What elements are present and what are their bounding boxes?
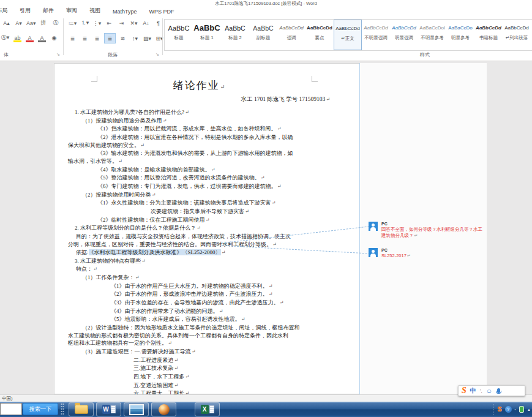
character-border-icon[interactable]: Ⓐ: [51, 18, 61, 28]
document-line: 五.交通运输困难↵: [68, 381, 330, 390]
character-shading-icon[interactable]: A: [37, 33, 47, 42]
text-highlight-color-icon[interactable]: ab: [12, 33, 23, 42]
clear-formatting-icon[interactable]: Ⓐ▾: [0, 33, 10, 42]
taskbar: 搜索一下 WX S?▫▲: [0, 402, 532, 417]
line-spacing-icon[interactable]: ↕▾: [130, 34, 140, 43]
font-dialog-launcher-icon[interactable]: ↘: [56, 52, 60, 57]
paragraph-dialog-launcher-icon[interactable]: ↘: [155, 52, 159, 57]
style-↵列出段落[interactable]: AaBbCcDd↵列出段落: [503, 20, 531, 50]
borders-icon[interactable]: ⊞▾: [154, 34, 165, 43]
style-↵正文[interactable]: AaBbCcDd↵正文: [334, 20, 362, 50]
phonetic-guide-icon[interactable]: 拼: [39, 18, 49, 28]
style-书籍标题[interactable]: AaBbCcDd书籍标题: [474, 20, 503, 50]
style-不明显参考[interactable]: AaBaCcDol不明显参考: [418, 20, 446, 50]
taskbar-search-button[interactable]: 搜索一下: [23, 403, 58, 415]
paragraph-mark: ↵: [261, 175, 265, 181]
phone-manager-tray-icon[interactable]: [519, 406, 524, 413]
ribbon-tab-2[interactable]: 邮件: [37, 7, 60, 16]
show-hidden-icons[interactable]: ▲: [527, 408, 531, 411]
style-标题 2[interactable]: AaBbC标题 2: [221, 20, 249, 50]
increase-indent-icon[interactable]: ⇥: [116, 18, 127, 28]
grow-font-icon[interactable]: A▴: [1, 18, 12, 28]
ribbon-tab-6[interactable]: WPS PDF: [143, 9, 181, 16]
justify-icon[interactable]: ≣: [104, 33, 116, 43]
document-line: 目的：为了使效益，规模与安全投资结合起来，体现经济政策，技术措施相协调。使主次: [68, 233, 330, 241]
document-page[interactable]: 绪论作业↵ 水工 1701 陈逸飞 学号 171509103↵ 1. 水工建筑物…: [54, 63, 359, 394]
paragraph-mark: ↵: [192, 349, 196, 355]
enclose-characters-icon[interactable]: ◉: [49, 33, 59, 42]
comment-avatar-icon: [369, 248, 378, 257]
comment-balloon[interactable]: PC回答不全面，如何分等级？水利枢纽分几等？水工建筑物分几级？↵: [369, 221, 485, 238]
ribbon-tab-1[interactable]: 引用: [13, 7, 37, 16]
text-run: 《5》地震影响：水库建成后，容易引起诱发性地震。: [111, 316, 241, 322]
comment-author: PC: [381, 221, 485, 227]
style-标题 1[interactable]: AaBbC标题 1: [193, 20, 221, 50]
tray-grip[interactable]: [492, 404, 495, 416]
text-run: 四.地下，水下工程多: [133, 374, 184, 380]
system-tray: S?▫▲: [492, 402, 531, 417]
style-标题[interactable]: AaBbC标题: [165, 20, 193, 50]
ribbon-tab-4[interactable]: 视图: [83, 7, 107, 16]
style-要点[interactable]: AaBbCcDd要点: [305, 20, 334, 50]
document-line: 《1》挡水建筑物：用以拦截河流，形成水库，垫高水位，如各种坝和闸。↵: [68, 125, 330, 133]
ime-emoji-icon[interactable]: ☺: [486, 388, 492, 394]
sogou-tray-icon[interactable]: S: [498, 406, 502, 413]
style-明显参考[interactable]: AaBaCcDo明显参考: [446, 20, 474, 50]
help-tray-icon[interactable]: ?: [505, 406, 512, 413]
style-明显强调[interactable]: AaBbCcDd明显强调: [390, 20, 418, 50]
bullets-icon[interactable]: ≔▾: [67, 18, 78, 28]
group-separator: [162, 18, 163, 55]
text-run: 《6》专门建筑物：专门为灌溉，发电，供水，过坝需要而修建的建筑物。: [97, 183, 277, 189]
status-language[interactable]: 中国): [2, 396, 13, 402]
shading-icon[interactable]: ▨▾: [142, 34, 152, 43]
text-run: 3. 水工建筑物的特点有哪些: [75, 258, 141, 264]
style-sample: AaBbCcDd: [503, 23, 531, 34]
font-color-icon[interactable]: A: [24, 33, 35, 42]
style-副标题[interactable]: AaBbC副标题: [249, 20, 277, 50]
align-right-icon[interactable]: ≣: [92, 34, 102, 43]
asian-layout-icon[interactable]: ✕▾: [129, 18, 139, 28]
ribbon-tab-0[interactable]: 布局: [0, 7, 13, 16]
numbering-icon[interactable]: ⒈▾: [80, 18, 90, 28]
shrink-font-icon[interactable]: A▾: [13, 18, 24, 28]
distribute-icon[interactable]: ≋: [118, 34, 128, 43]
paragraph-mark: ↵: [272, 242, 277, 247]
comment-text: SL252-2017↵: [381, 253, 484, 259]
taskbar-button-excel[interactable]: X: [195, 402, 220, 416]
folder-icon: [75, 405, 88, 414]
ribbon-tab-3[interactable]: 审阅: [60, 7, 83, 16]
page-content: 绪论作业↵ 水工 1701 陈逸飞 学号 171509103↵ 1. 水工建筑物…: [68, 64, 330, 394]
sort-icon[interactable]: A↓: [141, 18, 151, 28]
multilevel-list-icon[interactable]: ⋮▾: [92, 18, 102, 28]
paragraph-mark: ↵: [269, 291, 273, 297]
ribbon-tab-bar: 布局引用邮件审阅视图MathTypeWPS PDF: [0, 7, 522, 16]
ribbon-tab-5[interactable]: MathType: [107, 9, 143, 16]
align-center-icon[interactable]: ≣: [80, 34, 90, 43]
style-强调[interactable]: AaBbCcDd强调: [277, 20, 305, 50]
ime-punctuation-toggle[interactable]: ’,: [480, 388, 482, 394]
text-run: 输水洞，引水管等。: [68, 158, 118, 164]
ime-microphone-icon[interactable]: [497, 388, 500, 393]
paragraph-mark: ↵: [197, 225, 201, 231]
change-case-icon[interactable]: Aa▾: [26, 18, 37, 28]
comment-balloon[interactable]: PCSL252-2017↵: [369, 247, 485, 259]
sogou-logo-icon[interactable]: S: [462, 386, 466, 396]
ime-language-toggle[interactable]: 中: [470, 386, 476, 395]
taskbar-button-photo-viewer[interactable]: [124, 402, 149, 416]
taskbar-button-game-app[interactable]: [151, 402, 176, 416]
document-line: （3）施工建造艰巨：一.需要解决好施工导流↵: [68, 348, 330, 356]
text-run: 保大坝和其他建筑物的安全。: [68, 142, 140, 148]
taskbar-button-file-explorer[interactable]: [69, 402, 94, 416]
decrease-indent-icon[interactable]: ⇤: [104, 18, 114, 28]
taskbar-grip[interactable]: [61, 403, 64, 416]
document-line: （1）按建筑物的用途分类及作用↵: [68, 117, 330, 126]
align-left-icon[interactable]: ≣: [67, 34, 78, 43]
taskbar-button-word[interactable]: W: [96, 402, 121, 416]
paragraph-mark: ↵: [414, 233, 418, 238]
taskbar-search-input[interactable]: [0, 403, 22, 415]
style-sample: AaBbC: [221, 23, 249, 34]
style-不明显强调[interactable]: AaBbCcDd不明显强调: [362, 20, 390, 50]
style-label: 不明显参考: [418, 35, 446, 41]
hidden-tray-icon[interactable]: ▫: [515, 407, 516, 411]
text-run: 二.工程进度紧迫: [133, 357, 173, 363]
